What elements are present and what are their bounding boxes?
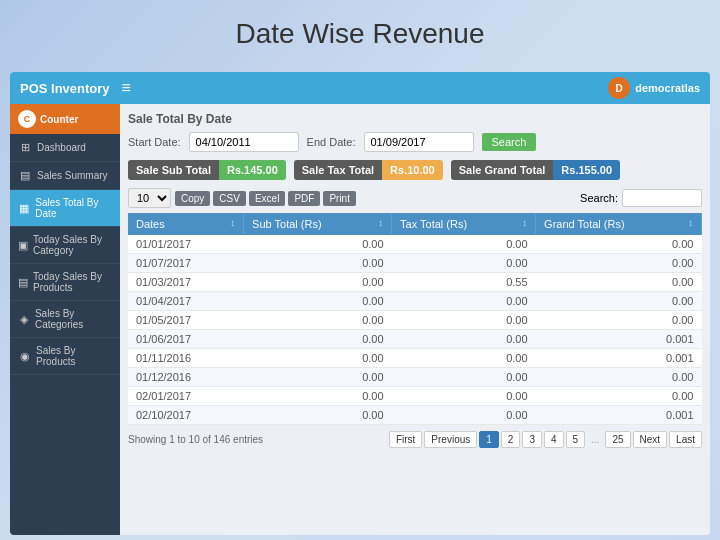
- hamburger-icon[interactable]: ≡: [122, 79, 131, 97]
- table-row: 01/05/2017 0.00 0.00 0.00: [128, 311, 702, 330]
- cell-date: 01/01/2017: [128, 235, 244, 254]
- rows-per-page-select[interactable]: 10 25 50: [128, 188, 171, 208]
- cell-sub-total: 0.00: [244, 368, 392, 387]
- search-button[interactable]: Search: [482, 133, 537, 151]
- cell-sub-total: 0.00: [244, 273, 392, 292]
- csv-button[interactable]: CSV: [213, 191, 246, 206]
- section-title: Sale Total By Date: [128, 112, 702, 126]
- cell-grand-total: 0.00: [536, 254, 702, 273]
- cell-sub-total: 0.00: [244, 349, 392, 368]
- last-page-button[interactable]: Last: [669, 431, 702, 448]
- sidebar-item-sales-total-by-date[interactable]: ▦ Sales Total By Date: [10, 190, 120, 227]
- header-dates[interactable]: Dates ↕: [128, 213, 244, 235]
- excel-button[interactable]: Excel: [249, 191, 285, 206]
- table-controls: 10 25 50 Copy CSV Excel PDF Print Search…: [128, 188, 702, 208]
- sort-icon-grand-total: ↕: [689, 218, 694, 228]
- header-sub-total[interactable]: Sub Total (Rs) ↕: [244, 213, 392, 235]
- table-row: 01/12/2016 0.00 0.00 0.00: [128, 368, 702, 387]
- cell-tax-total: 0.00: [392, 254, 536, 273]
- sidebar-label-sales-by-products: Sales By Products: [36, 345, 112, 367]
- cell-grand-total: 0.00: [536, 235, 702, 254]
- page-25-button[interactable]: 25: [605, 431, 630, 448]
- page-3-button[interactable]: 3: [522, 431, 542, 448]
- sidebar-item-sales-summary[interactable]: ▤ Sales Summary: [10, 162, 120, 190]
- cell-date: 01/04/2017: [128, 292, 244, 311]
- cell-tax-total: 0.00: [392, 330, 536, 349]
- cell-tax-total: 0.00: [392, 406, 536, 425]
- sidebar-logo-text: Counter: [40, 114, 78, 125]
- header-grand-total[interactable]: Grand Total (Rs) ↕: [536, 213, 702, 235]
- today-products-icon: ▤: [18, 276, 28, 289]
- sales-summary-icon: ▤: [18, 169, 32, 182]
- cell-sub-total: 0.00: [244, 235, 392, 254]
- sidebar-item-sales-by-products[interactable]: ◉ Sales By Products: [10, 338, 120, 375]
- previous-page-button[interactable]: Previous: [424, 431, 477, 448]
- cell-date: 02/10/2017: [128, 406, 244, 425]
- cell-sub-total: 0.00: [244, 292, 392, 311]
- cell-grand-total: 0.001: [536, 330, 702, 349]
- end-date-input[interactable]: [364, 132, 474, 152]
- cell-date: 01/12/2016: [128, 368, 244, 387]
- cell-grand-total: 0.00: [536, 387, 702, 406]
- main-content: Sale Total By Date Start Date: End Date:…: [120, 104, 710, 535]
- pagination-row: Showing 1 to 10 of 146 entries First Pre…: [128, 431, 702, 448]
- start-date-input[interactable]: [189, 132, 299, 152]
- sidebar-item-today-sales-by-products[interactable]: ▤ Today Sales By Products: [10, 264, 120, 301]
- page-1-button[interactable]: 1: [479, 431, 499, 448]
- cell-date: 01/03/2017: [128, 273, 244, 292]
- sales-total-icon: ▦: [18, 202, 30, 215]
- sidebar-item-dashboard[interactable]: ⊞ Dashboard: [10, 134, 120, 162]
- sidebar-label-dashboard: Dashboard: [37, 142, 86, 153]
- sidebar-logo: C Counter: [10, 104, 120, 134]
- table-row: 01/11/2016 0.00 0.00 0.001: [128, 349, 702, 368]
- end-date-label: End Date:: [307, 136, 356, 148]
- table-header-row: Dates ↕ Sub Total (Rs) ↕ Tax Total (Rs) …: [128, 213, 702, 235]
- logo-circle: C: [18, 110, 36, 128]
- table-row: 01/04/2017 0.00 0.00 0.00: [128, 292, 702, 311]
- table-row: 01/07/2017 0.00 0.00 0.00: [128, 254, 702, 273]
- sidebar: C Counter ⊞ Dashboard ▤ Sales Summary ▦ …: [10, 104, 120, 535]
- header-grand-total-label: Grand Total (Rs): [544, 218, 625, 230]
- app-name-label: POS Inventory: [20, 81, 110, 96]
- table-search-label: Search:: [580, 192, 618, 204]
- grand-total-value: Rs.155.00: [553, 160, 620, 180]
- header-tax-total[interactable]: Tax Total (Rs) ↕: [392, 213, 536, 235]
- sub-total-label: Sale Sub Total: [128, 160, 219, 180]
- page-2-button[interactable]: 2: [501, 431, 521, 448]
- grand-total-label: Sale Grand Total: [451, 160, 554, 180]
- user-badge: D democratlas: [608, 77, 700, 99]
- table-search-input[interactable]: [622, 189, 702, 207]
- cell-grand-total: 0.001: [536, 349, 702, 368]
- sort-icon-dates: ↕: [231, 218, 236, 228]
- export-buttons: Copy CSV Excel PDF Print: [175, 191, 356, 206]
- first-page-button[interactable]: First: [389, 431, 422, 448]
- pdf-button[interactable]: PDF: [288, 191, 320, 206]
- sidebar-item-today-sales-by-category[interactable]: ▣ Today Sales By Category: [10, 227, 120, 264]
- page-title: Date Wise Revenue: [0, 0, 720, 60]
- page-4-button[interactable]: 4: [544, 431, 564, 448]
- cell-grand-total: 0.001: [536, 406, 702, 425]
- sort-icon-tax-total: ↕: [523, 218, 528, 228]
- cell-grand-total: 0.00: [536, 292, 702, 311]
- cell-sub-total: 0.00: [244, 387, 392, 406]
- cell-sub-total: 0.00: [244, 406, 392, 425]
- filter-row: Start Date: End Date: Search: [128, 132, 702, 152]
- page-5-button[interactable]: 5: [566, 431, 586, 448]
- sidebar-item-sales-by-categories[interactable]: ◈ Sales By Categories: [10, 301, 120, 338]
- sidebar-label-sales-summary: Sales Summary: [37, 170, 108, 181]
- cell-grand-total: 0.00: [536, 311, 702, 330]
- copy-button[interactable]: Copy: [175, 191, 210, 206]
- table-row: 01/03/2017 0.00 0.55 0.00: [128, 273, 702, 292]
- today-category-icon: ▣: [18, 239, 28, 252]
- top-bar: POS Inventory ≡ D democratlas: [10, 72, 710, 104]
- header-dates-label: Dates: [136, 218, 165, 230]
- sub-total-value: Rs.145.00: [219, 160, 286, 180]
- next-page-button[interactable]: Next: [633, 431, 668, 448]
- dashboard-icon: ⊞: [18, 141, 32, 154]
- showing-text: Showing 1 to 10 of 146 entries: [128, 434, 263, 445]
- cell-date: 01/11/2016: [128, 349, 244, 368]
- cell-sub-total: 0.00: [244, 330, 392, 349]
- print-button[interactable]: Print: [323, 191, 356, 206]
- summary-row: Sale Sub Total Rs.145.00 Sale Tax Total …: [128, 160, 702, 180]
- start-date-label: Start Date:: [128, 136, 181, 148]
